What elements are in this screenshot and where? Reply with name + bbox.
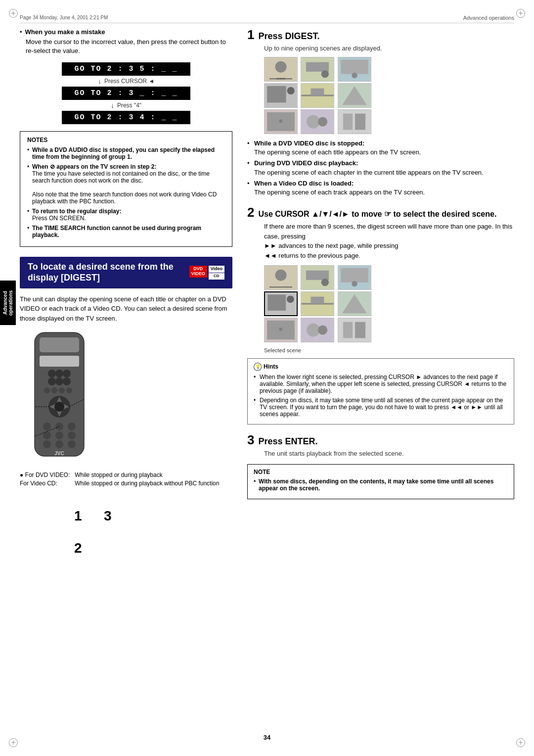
- mistake-section: When you make a mistake Move the cursor …: [20, 28, 232, 55]
- thumb-1: scene: [264, 57, 298, 82]
- svg-point-19: [43, 423, 51, 430]
- svg-rect-73: [311, 297, 324, 304]
- goto-arrow-1: ↓ Press CURSOR ◄: [62, 77, 190, 85]
- thumb-3: [338, 57, 371, 82]
- step2-header: 2 Use CURSOR ▲/▼/◄/► to move ☞ to select…: [247, 206, 514, 219]
- playback-values: While stopped or during playback While s…: [75, 472, 219, 487]
- svg-point-21: [68, 423, 76, 430]
- right-column: 1 Press DIGEST. Up to nine opening scene…: [247, 28, 514, 508]
- step3-note-bold: With some discs, depending on the conten…: [259, 478, 493, 492]
- hints-box: 💡 Hints When the lower right scene is se…: [247, 358, 514, 425]
- svg-point-4: [55, 370, 63, 378]
- svg-rect-1: [40, 337, 79, 352]
- thumb-s7: ≡: [264, 318, 298, 342]
- step2-title: Use CURSOR ▲/▼/◄/► to move ☞ to select t…: [258, 209, 496, 219]
- vcd-value: While stopped or during playback without…: [75, 480, 219, 487]
- svg-rect-83: [343, 322, 353, 338]
- note-item-3: To return to the regular display: Press …: [27, 208, 225, 222]
- note-bold-1: While a DVD AUDIO disc is stopped, you c…: [32, 146, 215, 160]
- page-header: Page 34 Monday, June 4, 2001 2:21 PM Adv…: [20, 15, 514, 23]
- disc-type-item-1: While a DVD VIDEO disc is stopped: The o…: [247, 139, 514, 157]
- side-tab: Advancedoperations: [0, 281, 16, 325]
- svg-point-24: [68, 431, 76, 439]
- svg-point-9: [44, 387, 50, 393]
- dvd-stopped-text: The opening scene of each title appears …: [254, 148, 421, 156]
- svg-point-33: [275, 61, 286, 73]
- step-num-label-1: 1: [74, 508, 82, 524]
- goto-action-1: Press CURSOR ◄: [104, 78, 154, 85]
- goto-container: GO TO 2 : 3 5 : _ _ ↓ Press CURSOR ◄ GO …: [62, 62, 190, 124]
- svg-rect-57: [343, 114, 353, 130]
- thumb-7: ≡: [264, 109, 298, 134]
- step3-number: 3: [247, 433, 254, 446]
- thumb-s3: [338, 265, 371, 290]
- note-bold-2: When ⊘ appears on the TV screen in step …: [32, 163, 156, 170]
- svg-point-81: [318, 326, 327, 335]
- svg-point-26: [55, 440, 63, 448]
- note-bold-3: To return to the regular display:: [32, 208, 121, 215]
- dvd-stopped-bold: While a DVD VIDEO disc is stopped:: [254, 140, 364, 147]
- svg-point-6: [48, 378, 56, 385]
- hint-item-1: When the lower right scene is selected, …: [254, 374, 508, 394]
- svg-point-18: [54, 402, 64, 412]
- step3-title: Press ENTER.: [258, 436, 317, 447]
- mistake-heading: When you make a mistake: [25, 28, 105, 36]
- svg-rect-47: [311, 89, 324, 95]
- note-text-3: Press ON SCREEN.: [32, 215, 86, 222]
- step1-block: 1 Press DIGEST. Up to nine opening scene…: [247, 28, 514, 197]
- thumb-s6: [338, 291, 371, 316]
- svg-point-44: [287, 87, 294, 94]
- remote-diagram: JVC 1 3 2: [20, 330, 232, 464]
- thumb-2: [301, 57, 334, 82]
- step3-block: 3 Press ENTER. The unit starts playback …: [247, 433, 514, 499]
- svg-point-64: [321, 279, 329, 286]
- page-number: 34: [264, 734, 270, 741]
- video-badge: Video: [209, 266, 224, 273]
- svg-text:JVC: JVC: [54, 451, 64, 456]
- thumb-s1: [264, 265, 298, 290]
- svg-rect-2: [40, 356, 79, 367]
- note-item-2: When ⊘ appears on the TV screen in step …: [27, 163, 225, 205]
- goto-arrow-2: ↓ Press "4": [62, 101, 190, 109]
- svg-point-5: [63, 370, 71, 378]
- thumb-8: [301, 109, 334, 134]
- svg-point-41: [352, 73, 357, 79]
- playback-info: ● For DVD VIDEO: For Video CD: While sto…: [20, 472, 232, 487]
- thumbnail-grid-1: scene: [264, 57, 373, 134]
- step2-number: 2: [247, 206, 254, 219]
- mistake-desc: Move the cursor to the incorrect value, …: [20, 38, 232, 55]
- disc-type-item-2: During DVD VIDEO disc playback: The open…: [247, 159, 514, 177]
- svg-rect-37: [306, 62, 329, 72]
- note-text-2b: Also note that the time search function …: [32, 191, 217, 205]
- step3-note-text: With some discs, depending on the conten…: [254, 478, 508, 492]
- step2-prev: ◄◄ returns to the previous page.: [264, 251, 514, 261]
- thumb-9: [338, 109, 371, 134]
- dvd-label: ● For DVD VIDEO:: [20, 472, 70, 478]
- vcd-loaded-text: The opening scene of each track appears …: [254, 189, 425, 196]
- svg-point-70: [287, 296, 294, 303]
- thumb-s5: [301, 291, 334, 316]
- hints-title: 💡 Hints: [254, 363, 508, 371]
- thumb-s8: [301, 318, 334, 342]
- thumb-6: [338, 83, 371, 108]
- svg-rect-58: [355, 114, 365, 130]
- step1-title: Press DIGEST.: [258, 31, 319, 42]
- step1-header: 1 Press DIGEST.: [247, 28, 514, 42]
- step2-next: ►► advances to the next page, while pres…: [264, 241, 514, 251]
- thumb-s4: [264, 291, 298, 316]
- svg-point-11: [59, 387, 65, 393]
- svg-point-8: [63, 378, 71, 385]
- bulb-icon: 💡: [254, 363, 262, 371]
- dvd-playback-text: The opening scene of each chapter in the…: [254, 169, 484, 176]
- svg-point-25: [43, 440, 51, 448]
- dvd-badge: DVDVIDEO: [189, 266, 207, 278]
- disc-type-item-3: When a Video CD disc is loaded: The open…: [247, 179, 514, 197]
- svg-point-55: [318, 117, 327, 126]
- svg-rect-69: [267, 295, 286, 311]
- thumbnail-grid-2: ≡: [264, 265, 373, 342]
- step3-note-title: NOTE: [254, 469, 508, 475]
- svg-point-67: [352, 281, 357, 287]
- thumb-4: [264, 83, 298, 108]
- svg-point-10: [51, 387, 57, 393]
- dvd-playback-bold: During DVD VIDEO disc playback:: [254, 159, 358, 167]
